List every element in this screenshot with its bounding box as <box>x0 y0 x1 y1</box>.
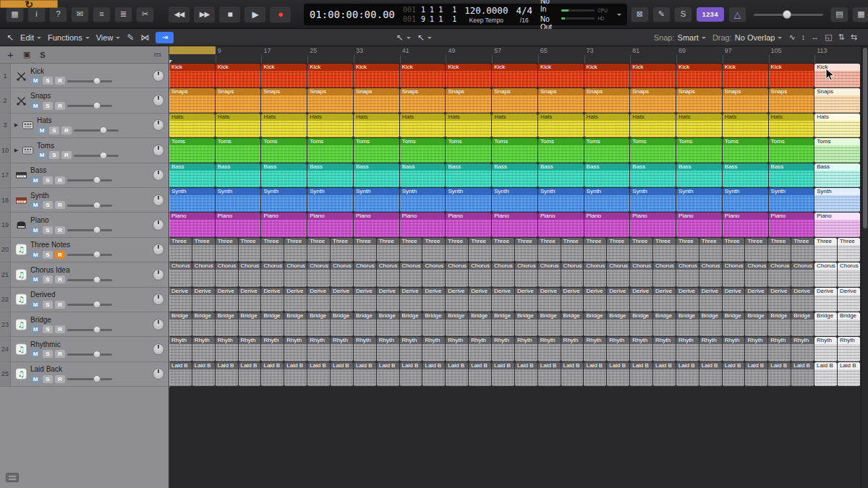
solo-button[interactable]: S <box>43 301 53 309</box>
solo-button[interactable]: S <box>43 275 53 283</box>
region-toms[interactable]: Toms <box>492 138 537 162</box>
track-header-derived[interactable]: 22♫DerivedMSR <box>0 288 169 312</box>
region-bridge[interactable]: Bridge <box>723 312 745 336</box>
back-button[interactable]: ↖ <box>7 33 14 42</box>
region-snaps[interactable]: Snaps <box>354 88 399 112</box>
record-button[interactable]: ● <box>269 6 292 23</box>
region-toms[interactable]: Toms <box>676 138 722 162</box>
volume-slider[interactable] <box>67 176 112 184</box>
region-three[interactable]: Three <box>400 238 422 262</box>
lcd-tempo[interactable]: 120.0000 Keep Tempo <box>464 5 508 24</box>
region-bridge[interactable]: Bridge <box>239 312 261 336</box>
auto-input-button[interactable]: ⇥ <box>156 32 174 43</box>
region-toms[interactable]: Toms <box>630 138 676 162</box>
region-laid-b[interactable]: Laid B <box>584 362 606 386</box>
region-chorus[interactable]: Chorus <box>584 262 606 286</box>
crossfade-tool-icon[interactable]: ⋈ <box>140 33 149 42</box>
region-synth[interactable]: Synth <box>354 188 399 212</box>
region-snaps[interactable]: Snaps <box>307 88 353 112</box>
track-header-piano[interactable]: 19PianoMSR <box>0 213 169 237</box>
region-laid-b[interactable]: Laid B <box>261 362 284 386</box>
region-synth[interactable]: Synth <box>676 188 722 212</box>
region-laid-b[interactable]: Laid B <box>653 362 676 386</box>
region-snaps[interactable]: Snaps <box>446 88 491 112</box>
region-bridge[interactable]: Bridge <box>446 312 468 336</box>
region-hats[interactable]: Hats <box>216 114 261 137</box>
region-rhyth[interactable]: Rhyth <box>400 337 422 361</box>
volume-slider[interactable] <box>67 250 112 259</box>
region-bridge[interactable]: Bridge <box>331 312 353 336</box>
region-bridge[interactable]: Bridge <box>745 312 767 336</box>
pan-knob[interactable] <box>153 70 164 82</box>
zoom-slider-horizontal-icon[interactable]: ⇆ <box>851 33 857 41</box>
region-derive[interactable]: Derive <box>261 288 284 312</box>
cycle-button[interactable]: ↻ <box>0 0 58 8</box>
region-kick[interactable]: Kick <box>216 64 261 87</box>
pan-knob[interactable] <box>153 169 164 181</box>
region-play-icon[interactable]: ▶ <box>13 147 20 153</box>
region-bass[interactable]: Bass <box>584 163 630 187</box>
mute-button[interactable]: M <box>30 251 41 259</box>
region-chorus[interactable]: Chorus <box>723 262 745 286</box>
region-bridge[interactable]: Bridge <box>838 312 860 336</box>
pan-knob[interactable] <box>153 294 164 305</box>
division-value[interactable]: /16 <box>520 17 529 24</box>
region-bridge[interactable]: Bridge <box>538 312 561 336</box>
region-bridge[interactable]: Bridge <box>630 312 652 336</box>
region-rhyth[interactable]: Rhyth <box>422 337 445 361</box>
region-bridge[interactable]: Bridge <box>699 312 722 336</box>
region-three[interactable]: Three <box>607 238 629 262</box>
region-chorus[interactable]: Chorus <box>284 262 307 286</box>
region-synth[interactable]: Synth <box>814 188 860 212</box>
arrange-area[interactable]: 191725334149576573818997105113121 KickKi… <box>169 46 861 488</box>
region-chorus[interactable]: Chorus <box>354 262 376 286</box>
region-laid-b[interactable]: Laid B <box>192 362 215 386</box>
zoom-horizontal-icon[interactable]: ↔ <box>811 33 819 41</box>
region-chorus[interactable]: Chorus <box>538 262 561 286</box>
track-icon-note[interactable]: ♫ <box>13 318 29 331</box>
region-bass[interactable]: Bass <box>676 163 722 187</box>
control-bar-list-icon[interactable]: ▤ <box>830 7 848 22</box>
region-derive[interactable]: Derive <box>422 288 445 312</box>
region-piano[interactable]: Piano <box>216 213 261 236</box>
region-derive[interactable]: Derive <box>354 288 376 312</box>
pan-knob[interactable] <box>153 194 164 206</box>
region-laid-b[interactable]: Laid B <box>515 362 537 386</box>
scrollbar-thumb[interactable] <box>863 48 867 228</box>
region-derive[interactable]: Derive <box>307 288 330 312</box>
region-chorus[interactable]: Chorus <box>331 262 353 286</box>
volume-slider[interactable] <box>67 101 112 110</box>
volume-slider[interactable] <box>74 151 119 160</box>
record-enable-button[interactable]: R <box>55 325 65 333</box>
region-derive[interactable]: Derive <box>515 288 537 312</box>
track-icon-piano[interactable] <box>13 218 29 231</box>
region-three[interactable]: Three <box>745 238 767 262</box>
region-bridge[interactable]: Bridge <box>284 312 307 336</box>
region-bridge[interactable]: Bridge <box>492 312 514 336</box>
track-icon-note[interactable]: ♫ <box>13 367 29 380</box>
stop-button[interactable]: ■ <box>218 6 241 23</box>
volume-slider[interactable] <box>67 374 112 383</box>
record-enable-button[interactable]: R <box>55 301 65 309</box>
volume-slider[interactable] <box>67 275 112 284</box>
tempo-mode[interactable]: Keep Tempo <box>469 17 504 24</box>
region-piano[interactable]: Piano <box>400 213 446 236</box>
region-kick[interactable]: Kick <box>446 64 491 87</box>
solo-button[interactable]: S <box>43 176 53 184</box>
track-icon-drumsticks[interactable] <box>13 94 29 107</box>
region-three[interactable]: Three <box>538 238 561 262</box>
region-laid-b[interactable]: Laid B <box>307 362 330 386</box>
region-snaps[interactable]: Snaps <box>169 88 215 112</box>
zoom-fit-icon[interactable]: ◱ <box>825 33 832 41</box>
region-hats[interactable]: Hats <box>446 114 491 137</box>
region-bass[interactable]: Bass <box>216 163 261 187</box>
region-derive[interactable]: Derive <box>676 288 699 312</box>
region-bass[interactable]: Bass <box>630 163 676 187</box>
solo-button[interactable]: S <box>43 375 53 383</box>
region-rhyth[interactable]: Rhyth <box>515 337 537 361</box>
track-name[interactable]: Toms <box>37 142 169 150</box>
region-laid-b[interactable]: Laid B <box>561 362 584 386</box>
region-chorus[interactable]: Chorus <box>653 262 676 286</box>
region-rhyth[interactable]: Rhyth <box>307 337 330 361</box>
track-icon-note[interactable]: ♫ <box>13 243 29 256</box>
